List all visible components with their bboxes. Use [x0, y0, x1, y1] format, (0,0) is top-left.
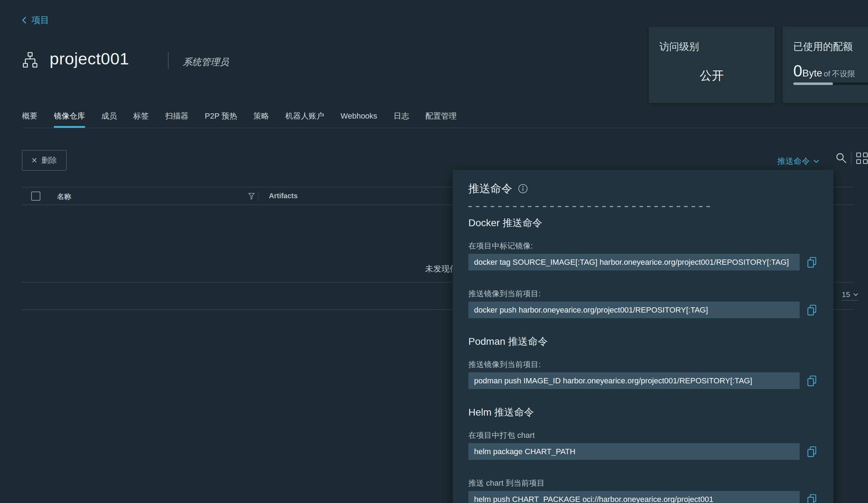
quota-of: of [824, 69, 830, 78]
docker-tag-row: docker tag SOURCE_IMAGE[:TAG] harbor.one… [468, 254, 818, 270]
tab-p2p-preheat[interactable]: P2P 预热 [205, 111, 237, 121]
docker-push-row: docker push harbor.oneyearice.org/projec… [468, 302, 818, 318]
column-header-name: 名称 [57, 192, 71, 201]
chevron-down-icon [853, 293, 858, 296]
docker-section-heading: Docker 推送命令 [468, 217, 818, 229]
helm-push-label: 推送 chart 到当前项目 [468, 478, 818, 488]
delete-button[interactable]: × 删除 [22, 150, 67, 171]
quota-progress-bar [793, 82, 868, 85]
podman-push-label: 推送镜像到当前项目: [468, 360, 818, 370]
tab-webhooks[interactable]: Webhooks [340, 111, 377, 121]
access-level-card: 访问级别 公开 [649, 27, 775, 103]
filter-funnel-icon[interactable] [248, 193, 255, 200]
project-tabs: 概要 镜像仓库 成员 标签 扫描器 P2P 预热 策略 机器人账户 Webhoo… [22, 111, 868, 128]
page-size-select[interactable]: 15 [842, 290, 858, 301]
tab-repositories[interactable]: 镜像仓库 [54, 111, 85, 121]
copy-button[interactable] [806, 375, 818, 387]
column-divider [258, 192, 258, 201]
access-level-value: 公开 [649, 68, 775, 84]
panel-title: 推送命令 [468, 182, 512, 195]
select-all-checkbox[interactable] [31, 192, 40, 201]
chevron-down-icon [813, 160, 819, 163]
quota-value: 0Byte of 不设限 [793, 61, 855, 80]
tab-summary[interactable]: 概要 [22, 111, 38, 121]
quota-progress-fill [793, 82, 833, 85]
page-title: project001 [50, 47, 129, 70]
copy-button[interactable] [806, 304, 818, 316]
quota-title: 已使用的配额 [793, 40, 853, 53]
helm-push-command: helm push CHART_PACKAGE oci://harbor.one… [468, 491, 800, 503]
close-icon: × [32, 156, 37, 165]
docker-tag-label: 在项目中标记镜像: [468, 241, 818, 251]
copy-button[interactable] [806, 256, 818, 268]
docker-push-label: 推送镜像到当前项目: [468, 289, 818, 299]
info-icon[interactable] [518, 184, 528, 194]
helm-package-command: helm package CHART_PATH [468, 443, 800, 460]
docker-push-item: 推送镜像到当前项目: docker push harbor.oneyearice… [468, 289, 818, 318]
tab-labels[interactable]: 标签 [133, 111, 149, 121]
tab-scanner[interactable]: 扫描器 [165, 111, 188, 121]
push-command-label: 推送命令 [777, 156, 810, 167]
column-header-artifacts: Artifacts [269, 192, 298, 200]
toolbar-divider [851, 152, 851, 165]
podman-section-heading: Podman 推送命令 [468, 335, 818, 348]
search-icon[interactable] [835, 152, 847, 164]
delete-button-label: 删除 [41, 155, 57, 166]
helm-push-item: 推送 chart 到当前项目 helm push CHART_PACKAGE o… [468, 478, 818, 503]
breadcrumb-label[interactable]: 项目 [32, 14, 49, 26]
push-command-panel: 推送命令 Docker 推送命令 在项目中标记镜像: docker tag SO… [453, 170, 833, 503]
chevron-left-icon [22, 17, 27, 24]
podman-push-command: podman push IMAGE_ID harbor.oneyearice.o… [468, 372, 800, 389]
tab-configuration[interactable]: 配置管理 [425, 111, 457, 121]
panel-title-row: 推送命令 [468, 182, 818, 195]
quota-card: 已使用的配额 0Byte of 不设限 [783, 27, 868, 103]
access-level-title: 访问级别 [659, 40, 699, 53]
page-size-value: 15 [842, 290, 850, 299]
copy-icon [806, 304, 818, 316]
helm-package-label: 在项目中打包 chart [468, 430, 818, 440]
tab-robot-accounts[interactable]: 机器人账户 [285, 111, 324, 121]
docker-tag-command: docker tag SOURCE_IMAGE[:TAG] harbor.one… [468, 254, 800, 270]
quota-limit: 不设限 [832, 69, 855, 78]
copy-icon [806, 375, 818, 387]
push-command-dropdown-button[interactable]: 推送命令 [777, 156, 819, 167]
helm-push-row: helm push CHART_PACKAGE oci://harbor.one… [468, 491, 818, 503]
quota-used: 0 [793, 62, 802, 80]
copy-button[interactable] [806, 493, 818, 503]
helm-section-heading: Helm 推送命令 [468, 406, 818, 419]
helm-package-item: 在项目中打包 chart helm package CHART_PATH [468, 430, 818, 460]
quota-unit: Byte [802, 68, 822, 79]
breadcrumb[interactable]: 项目 [22, 14, 49, 26]
docker-push-command: docker push harbor.oneyearice.org/projec… [468, 302, 800, 318]
title-divider [168, 52, 169, 69]
docker-tag-item: 在项目中标记镜像: docker tag SOURCE_IMAGE[:TAG] … [468, 241, 818, 270]
copy-icon [806, 493, 818, 503]
project-icon [22, 52, 38, 68]
podman-push-item: 推送镜像到当前项目: podman push IMAGE_ID harbor.o… [468, 360, 818, 389]
copy-icon [806, 256, 818, 268]
dashed-divider [468, 206, 713, 207]
helm-package-row: helm package CHART_PATH [468, 443, 818, 460]
tab-members[interactable]: 成员 [101, 111, 117, 121]
grid-view-icon[interactable] [856, 152, 868, 164]
podman-push-row: podman push IMAGE_ID harbor.oneyearice.o… [468, 372, 818, 389]
user-role-label: 系统管理员 [183, 56, 229, 68]
tab-logs[interactable]: 日志 [394, 111, 409, 121]
copy-button[interactable] [806, 446, 818, 458]
tab-policy[interactable]: 策略 [253, 111, 269, 121]
copy-icon [806, 446, 818, 458]
